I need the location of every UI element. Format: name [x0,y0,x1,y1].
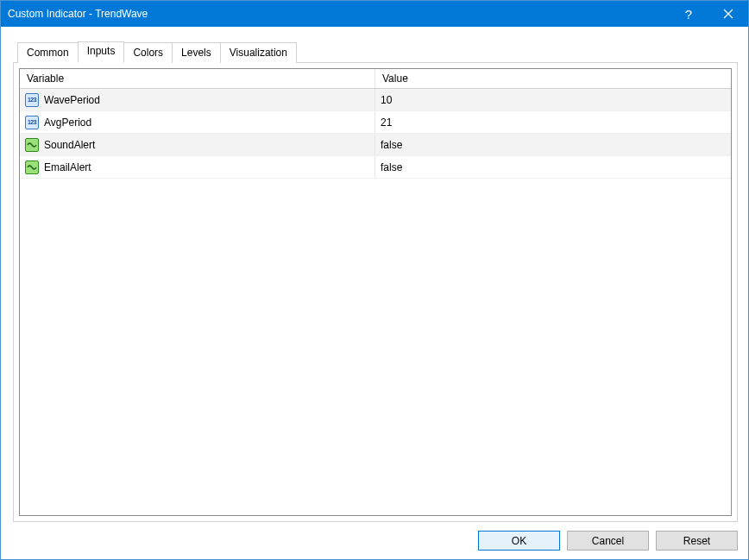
tab-content-inputs: Variable Value 123 WavePeriod 10 123 Avg… [13,63,738,522]
input-row[interactable]: EmailAlert false [20,156,731,179]
variable-cell: EmailAlert [20,156,375,178]
close-button[interactable] [708,1,748,27]
boolean-icon [25,160,39,174]
inputs-grid: Variable Value 123 WavePeriod 10 123 Avg… [19,68,732,516]
close-icon [723,9,733,19]
tab-visualization[interactable]: Visualization [220,42,297,63]
value-cell[interactable]: false [375,134,731,155]
dialog-body: Common Inputs Colors Levels Visualizatio… [1,27,748,559]
cancel-button[interactable]: Cancel [567,531,649,551]
column-header-variable[interactable]: Variable [20,69,375,88]
variable-name: WavePeriod [44,94,100,106]
titlebar: Custom Indicator - TrendWave ? [1,1,748,27]
value-cell[interactable]: 10 [375,89,731,110]
grid-header: Variable Value [20,69,731,89]
variable-name: AvgPeriod [44,116,91,129]
tab-inputs[interactable]: Inputs [78,41,125,63]
column-header-value[interactable]: Value [375,69,731,88]
variable-cell: 123 WavePeriod [20,89,375,110]
input-row[interactable]: 123 AvgPeriod 21 [20,111,731,134]
input-row[interactable]: SoundAlert false [20,134,731,156]
tab-bar: Common Inputs Colors Levels Visualizatio… [13,41,738,63]
value-cell[interactable]: false [375,156,731,178]
integer-icon: 123 [25,93,39,107]
integer-icon: 123 [25,116,39,129]
window-title: Custom Indicator - TrendWave [1,8,669,20]
tab-levels[interactable]: Levels [172,42,221,63]
input-row[interactable]: 123 WavePeriod 10 [20,89,731,111]
variable-name: EmailAlert [44,161,91,173]
dialog-buttons: OK Cancel Reset [13,522,738,551]
variable-name: SoundAlert [44,139,95,151]
grid-rows: 123 WavePeriod 10 123 AvgPeriod 21 [20,89,731,515]
variable-cell: SoundAlert [20,134,375,155]
value-cell[interactable]: 21 [375,111,731,133]
help-button[interactable]: ? [669,1,708,27]
boolean-icon [25,138,39,152]
tab-colors[interactable]: Colors [123,42,173,63]
reset-button[interactable]: Reset [656,531,738,551]
ok-button[interactable]: OK [478,531,560,551]
tab-common[interactable]: Common [17,42,79,63]
variable-cell: 123 AvgPeriod [20,111,375,133]
